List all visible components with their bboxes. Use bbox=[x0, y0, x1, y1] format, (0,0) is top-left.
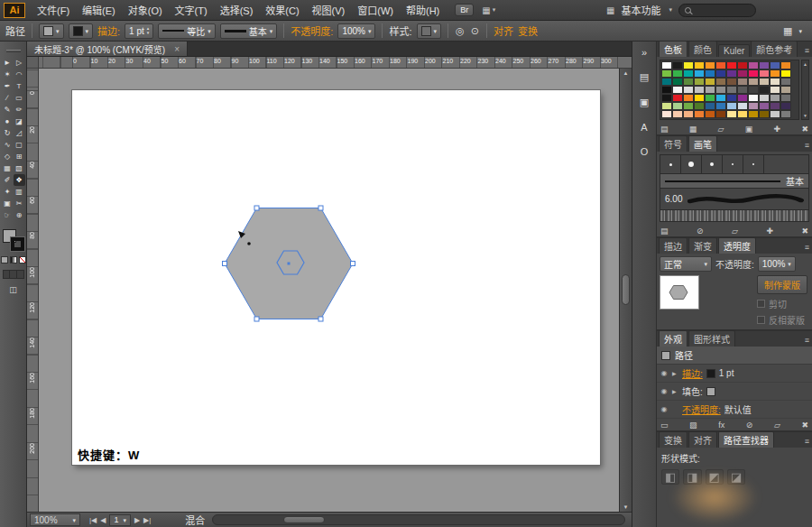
arrange-documents-caret-icon[interactable]: ▾ bbox=[493, 6, 496, 14]
eyedropper-tool[interactable]: ✐ bbox=[2, 174, 14, 186]
color-swatch[interactable] bbox=[715, 94, 726, 102]
blend-mode-select[interactable]: 正常 ▾ bbox=[660, 256, 712, 272]
color-swatch[interactable] bbox=[705, 61, 715, 69]
color-swatch[interactable] bbox=[759, 94, 770, 102]
opacity-select[interactable]: 100% ▾ bbox=[337, 23, 375, 39]
color-swatch[interactable] bbox=[759, 86, 770, 94]
unite-icon[interactable]: ◧ bbox=[661, 469, 679, 485]
calligraphic-brush[interactable] bbox=[723, 155, 743, 173]
color-swatch[interactable] bbox=[770, 110, 780, 118]
color-swatch[interactable] bbox=[770, 69, 780, 78]
color-swatch[interactable] bbox=[705, 78, 715, 86]
blend-tool[interactable]: ❖ bbox=[14, 174, 25, 186]
calligraphic-brush[interactable] bbox=[743, 155, 764, 173]
clip-checkbox[interactable]: 剪切 bbox=[757, 297, 787, 310]
isolate-mode-icon[interactable]: ◎ bbox=[456, 25, 465, 37]
color-swatch[interactable] bbox=[770, 61, 780, 69]
free-transform-tool[interactable]: ▢ bbox=[14, 139, 25, 151]
color-swatch[interactable] bbox=[726, 86, 737, 94]
lasso-tool[interactable]: ◠ bbox=[14, 69, 25, 80]
mesh-tool[interactable]: ▦ bbox=[2, 162, 14, 174]
swatch-options-icon[interactable]: ▱ bbox=[718, 125, 724, 134]
color-swatch[interactable] bbox=[661, 78, 672, 86]
gradient-tool[interactable]: ▧ bbox=[14, 162, 25, 174]
clear-appearance-icon[interactable]: ⊘ bbox=[746, 421, 753, 430]
artboard-tool[interactable]: ▣ bbox=[2, 198, 14, 209]
color-swatch[interactable] bbox=[770, 94, 780, 102]
ruler-origin-corner[interactable] bbox=[27, 57, 39, 69]
appearance-attr-label[interactable]: 不透明度: bbox=[682, 402, 721, 416]
color-swatch[interactable] bbox=[726, 110, 737, 118]
appearance-panel-icon[interactable]: A bbox=[641, 122, 647, 133]
object-thumbnail[interactable] bbox=[660, 275, 699, 310]
swatches-scrollbar[interactable]: ▲ ▼ bbox=[801, 60, 809, 120]
color-swatch[interactable] bbox=[748, 69, 759, 78]
vertical-scroll-thumb[interactable] bbox=[622, 274, 630, 305]
calligraphic-brush-row[interactable]: 6.00 bbox=[660, 189, 809, 210]
color-swatch[interactable] bbox=[661, 86, 672, 94]
panel-tab[interactable]: 渐变 bbox=[688, 237, 717, 254]
vertical-scrollbar[interactable]: ▲ ▼ bbox=[619, 69, 632, 512]
color-swatch[interactable] bbox=[715, 69, 726, 78]
horizontal-scrollbar[interactable] bbox=[212, 514, 625, 525]
color-swatch[interactable] bbox=[715, 86, 726, 94]
style-select[interactable]: ▾ bbox=[417, 23, 442, 39]
calligraphic-brush[interactable] bbox=[702, 155, 723, 173]
color-swatch[interactable] bbox=[694, 110, 705, 118]
color-swatch[interactable] bbox=[780, 78, 791, 86]
color-swatch[interactable] bbox=[759, 69, 770, 78]
type-tool[interactable]: T bbox=[14, 80, 25, 92]
swatch-libraries-icon[interactable]: ▤ bbox=[660, 125, 669, 134]
stroke-row[interactable]: ◉▶描边:1 pt bbox=[657, 365, 812, 383]
panel-menu-icon[interactable]: ≡ bbox=[805, 437, 809, 446]
first-artboard-button[interactable]: |◀ bbox=[89, 516, 97, 524]
appearance-attr-value[interactable]: 1 pt bbox=[719, 368, 734, 378]
delete-item-icon[interactable]: ✖ bbox=[801, 421, 808, 430]
last-artboard-button[interactable]: ▶| bbox=[143, 516, 151, 524]
opacity-select[interactable]: 100% ▾ bbox=[758, 256, 796, 272]
color-button[interactable] bbox=[1, 256, 8, 264]
opacity-link[interactable]: 不透明度: bbox=[291, 23, 333, 38]
color-swatch[interactable] bbox=[715, 102, 726, 110]
color-swatch[interactable] bbox=[780, 110, 791, 118]
disclosure-icon[interactable]: ▶ bbox=[672, 370, 678, 376]
panel-grip[interactable] bbox=[6, 50, 21, 52]
perspective-grid-tool[interactable]: ⊞ bbox=[14, 151, 25, 162]
panel-tab[interactable]: 对齐 bbox=[688, 431, 717, 448]
menu-item-6[interactable]: 效果(C) bbox=[259, 3, 305, 17]
gradient-button[interactable] bbox=[10, 256, 17, 264]
minus-front-icon[interactable]: ◨ bbox=[683, 469, 701, 485]
close-icon[interactable]: × bbox=[174, 44, 180, 54]
calligraphic-brush[interactable] bbox=[660, 155, 681, 173]
color-swatch[interactable] bbox=[694, 94, 705, 102]
color-swatch[interactable] bbox=[759, 102, 770, 110]
pen-tool[interactable]: ✒ bbox=[2, 80, 14, 92]
pencil-tool[interactable]: ✏ bbox=[14, 104, 25, 116]
color-swatch[interactable] bbox=[672, 61, 683, 69]
color-swatch[interactable] bbox=[661, 61, 672, 69]
delete-swatch-icon[interactable]: ✖ bbox=[801, 125, 808, 134]
panel-tab[interactable]: 画笔 bbox=[688, 135, 717, 152]
panel-grid-icon[interactable]: ▦ bbox=[783, 25, 792, 37]
shape-builder-tool[interactable]: ◇ bbox=[2, 151, 14, 162]
color-swatch[interactable] bbox=[661, 94, 672, 102]
width-tool[interactable]: ∿ bbox=[2, 139, 14, 151]
color-swatch[interactable] bbox=[748, 94, 759, 102]
draw-inside-button[interactable] bbox=[17, 271, 23, 278]
remove-brush-stroke-icon[interactable]: ⊘ bbox=[697, 227, 704, 236]
opacity-row[interactable]: ◉不透明度:默认值 bbox=[657, 401, 812, 419]
screen-mode-button[interactable]: ◫ bbox=[9, 285, 17, 294]
menu-item-3[interactable]: 对象(O) bbox=[122, 3, 169, 17]
color-swatch[interactable] bbox=[694, 69, 705, 78]
artboard[interactable]: 快捷键：W bbox=[72, 90, 600, 465]
color-swatch[interactable] bbox=[780, 86, 791, 94]
color-swatch[interactable] bbox=[780, 102, 791, 110]
new-color-group-icon[interactable]: ▣ bbox=[745, 125, 753, 134]
blob-brush-tool[interactable]: ● bbox=[2, 116, 14, 127]
panel-tab[interactable]: 透明度 bbox=[718, 237, 756, 254]
menu-item-4[interactable]: 文字(T) bbox=[169, 3, 214, 17]
color-swatch[interactable] bbox=[672, 110, 683, 118]
color-swatch[interactable] bbox=[683, 78, 694, 86]
search-input[interactable] bbox=[678, 4, 756, 17]
paintbrush-tool[interactable]: ✎ bbox=[2, 104, 14, 116]
